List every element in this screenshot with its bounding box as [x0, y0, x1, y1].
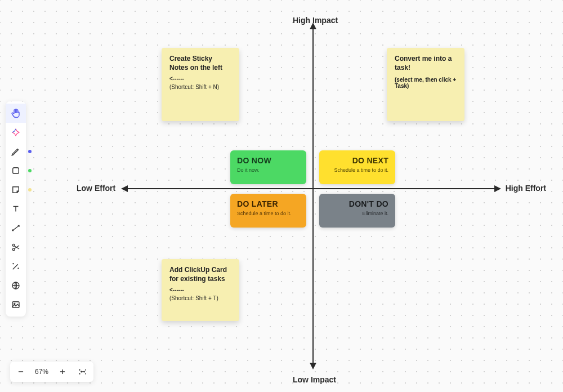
plus-icon: [59, 368, 66, 376]
quad-do-next-title: DO NEXT: [326, 156, 388, 165]
ai-tool[interactable]: [6, 123, 26, 142]
magic-tool[interactable]: [6, 257, 26, 276]
sticky-shortcut: (Shortcut: Shift + T): [169, 295, 231, 301]
text-tool[interactable]: [6, 199, 26, 219]
quad-do-later-title: DO LATER: [237, 199, 300, 208]
axis-label-right: High Effort: [506, 184, 546, 193]
fit-icon: [78, 367, 87, 376]
hand-tool[interactable]: [6, 104, 26, 123]
connector-icon: [11, 223, 21, 233]
hand-icon: [11, 108, 21, 118]
quad-do-now-title: DO NOW: [237, 156, 300, 165]
quad-do-next[interactable]: DO NEXT Schedule a time to do it.: [319, 150, 395, 184]
zoom-out-button[interactable]: [12, 363, 29, 380]
square-icon: [11, 166, 21, 176]
axis-label-bottom: Low Impact: [293, 375, 336, 384]
globe-icon: [11, 280, 21, 291]
sticky-shortcut: (Shortcut: Shift + N): [169, 84, 231, 90]
sticky-note-create-notes[interactable]: Create Sticky Notes on the left <------ …: [162, 48, 239, 121]
stamp-tool[interactable]: [6, 238, 26, 257]
shape-color-dot: [28, 169, 32, 172]
sticky-arrow: <------: [169, 287, 231, 293]
text-icon: [11, 204, 21, 214]
sticky-title: Convert me into a task!: [395, 55, 457, 72]
sticky-color-dot: [28, 188, 32, 191]
sticky-tool[interactable]: [6, 180, 26, 199]
pen-color-dot: [28, 150, 32, 153]
sticky-note-convert-task[interactable]: Convert me into a task! (select me, then…: [387, 48, 464, 121]
minus-icon: [17, 368, 25, 376]
zoom-level[interactable]: 67%: [30, 368, 53, 376]
sticky-note-add-card[interactable]: Add ClickUp Card for existing tasks <---…: [162, 259, 239, 321]
sticky-title: Add ClickUp Card for existing tasks: [169, 266, 231, 283]
image-tool[interactable]: [6, 295, 26, 314]
quad-dont-do[interactable]: DON'T DO Eliminate it.: [319, 194, 395, 228]
sticky-arrow: <------: [169, 75, 231, 82]
svg-rect-0: [13, 168, 19, 174]
axis-vertical: [312, 28, 314, 364]
web-tool[interactable]: [6, 276, 26, 295]
quad-do-later[interactable]: DO LATER Schedule a time to do it.: [230, 194, 306, 228]
sticky-sub: (select me, then click + Task): [395, 77, 457, 89]
quad-do-now-sub: Do it now.: [237, 167, 300, 173]
quad-do-now[interactable]: DO NOW Do it now.: [230, 150, 306, 184]
fit-to-screen-button[interactable]: [74, 363, 91, 380]
quad-do-next-sub: Schedule a time to do it.: [326, 167, 388, 173]
zoom-in-button[interactable]: [54, 363, 71, 380]
sticky-title: Create Sticky Notes on the left: [169, 55, 231, 72]
quad-dont-do-title: DON'T DO: [326, 199, 388, 208]
svg-point-1: [12, 244, 15, 246]
axis-horizontal: [127, 188, 495, 189]
pen-tool[interactable]: [6, 142, 26, 161]
svg-point-2: [12, 248, 15, 251]
shape-tool[interactable]: [6, 161, 26, 180]
image-icon: [11, 300, 21, 310]
sparkle-icon: [11, 127, 21, 137]
wand-icon: [11, 261, 21, 271]
tool-toolbar: [6, 101, 26, 317]
zoom-controls: 67%: [10, 362, 93, 382]
scissors-icon: [11, 242, 21, 252]
quad-do-later-sub: Schedule a time to do it.: [237, 211, 300, 216]
axis-label-left: Low Effort: [77, 184, 115, 193]
quad-dont-do-sub: Eliminate it.: [326, 211, 388, 216]
pen-icon: [11, 146, 21, 157]
sticky-note-icon: [11, 185, 21, 195]
axis-label-top: High Impact: [293, 16, 338, 25]
connector-tool[interactable]: [6, 219, 26, 238]
